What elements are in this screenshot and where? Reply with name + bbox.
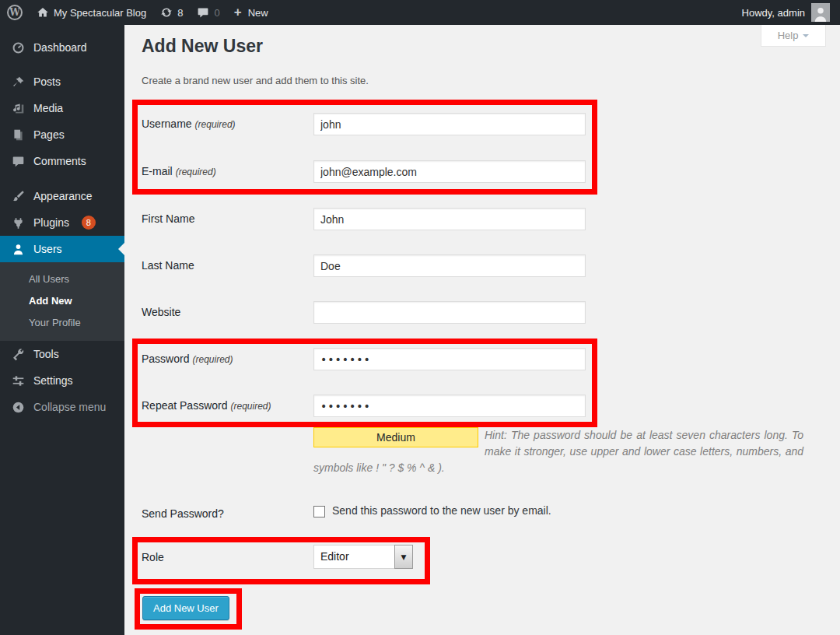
users-submenu: All Users Add New Your Profile [0,262,124,341]
website-label: Website [142,301,180,324]
sidebar-item-appearance[interactable]: Appearance [0,183,124,209]
sidebar-item-dashboard[interactable]: Dashboard [0,34,124,61]
comment-count: 0 [214,7,219,19]
first-name-input[interactable] [313,208,586,230]
password-strength-meter: Medium [313,427,478,447]
howdy-text: Howdy, admin [742,7,805,19]
required-note: (required) [231,401,271,412]
admin-bar: W My Spectacular Blog 8 0 + New Howdy, a… [0,0,840,25]
plug-icon [10,216,26,230]
sidebar-label: Collapse menu [33,401,106,413]
user-icon [10,243,26,256]
sidebar-label: Comments [33,155,86,167]
required-note: (required) [176,167,216,177]
comments-link[interactable]: 0 [190,0,226,25]
password-strength-section: Medium Hint: The password should be at l… [313,427,803,476]
collapse-menu-button[interactable]: Collapse menu [0,394,124,420]
first-name-label: First Name [142,208,194,230]
sidebar-label: Tools [33,348,59,360]
last-name-label: Last Name [142,254,194,277]
plus-icon: + [234,5,242,20]
add-new-user-button[interactable]: Add New User [142,596,229,620]
email-label: E-mail(required) [142,160,216,184]
wrench-icon [10,348,26,361]
sidebar-item-comments[interactable]: Comments [0,148,124,174]
dropdown-arrow-icon: ▼ [394,545,413,569]
submenu-all-users[interactable]: All Users [0,268,124,290]
repeat-password-input[interactable] [313,395,586,417]
media-icon [10,102,26,115]
sidebar-label: Appearance [33,190,93,202]
role-select[interactable]: Editor ▼ [313,545,413,569]
pushpin-icon [10,75,26,89]
sidebar-label: Posts [33,75,61,88]
sidebar-item-media[interactable]: Media [0,95,124,121]
sidebar-label: Settings [33,374,73,387]
required-note: (required) [192,354,233,365]
repeat-password-label: Repeat Password(required) [142,395,271,418]
sidebar-label: Pages [33,128,65,141]
chevron-down-icon [803,34,809,40]
help-label: Help [778,30,799,41]
required-note: (required) [195,119,236,130]
paintbrush-icon [10,190,26,203]
password-label: Password(required) [142,348,233,371]
account-menu[interactable]: Howdy, admin [732,0,840,25]
sidebar-item-pages[interactable]: Pages [0,121,124,148]
send-password-checkbox-text: Send this password to the new user by em… [332,503,551,518]
wp-logo-menu[interactable]: W [0,0,30,25]
new-content-menu[interactable]: + New [227,0,275,25]
sidebar-label: Users [33,243,62,255]
sidebar-label: Plugins [33,216,69,229]
updates-icon [160,6,173,19]
sidebar-item-tools[interactable]: Tools [0,341,124,367]
sidebar-item-users[interactable]: Users [0,236,124,262]
sidebar-item-settings[interactable]: Settings [0,367,124,394]
home-icon [37,6,49,19]
last-name-input[interactable] [313,254,586,277]
page-title: Add New User [142,36,263,57]
collapse-arrow-icon [10,401,26,414]
wordpress-logo-icon: W [7,5,23,20]
site-name-label: My Spectacular Blog [54,7,146,19]
submenu-your-profile[interactable]: Your Profile [0,312,124,334]
email-input[interactable] [313,160,586,183]
website-input[interactable] [313,301,586,324]
sidebar-item-plugins[interactable]: Plugins 8 [0,209,124,236]
sidebar-label: Media [33,102,63,114]
comments-bubble-icon [197,6,209,19]
send-password-label: Send Password? [142,503,224,525]
sidebar-item-posts[interactable]: Posts [0,68,124,95]
send-password-checkbox[interactable] [313,506,325,517]
update-count: 8 [177,7,183,19]
role-selected-value: Editor [313,545,394,569]
admin-sidebar: Dashboard Posts Media Pages Comments [0,25,124,635]
main-content: Help Add New User Create a brand new use… [124,25,840,635]
password-input[interactable] [313,348,586,370]
pages-icon [10,128,26,142]
sidebar-label: Dashboard [33,41,87,54]
sliders-icon [10,374,26,388]
avatar [811,3,830,22]
current-item-arrow [112,243,124,255]
dashboard-icon [10,41,26,54]
help-button[interactable]: Help [761,25,826,47]
comments-icon [10,155,26,168]
plugins-update-badge: 8 [82,216,96,230]
role-label: Role [142,546,164,569]
username-input[interactable] [313,113,586,135]
site-name-link[interactable]: My Spectacular Blog [30,0,153,25]
updates-link[interactable]: 8 [153,0,190,25]
page-description: Create a brand new user and add them to … [142,75,369,86]
new-label: New [248,7,268,19]
submenu-add-new[interactable]: Add New [0,290,124,312]
username-label: Username(required) [142,113,236,136]
